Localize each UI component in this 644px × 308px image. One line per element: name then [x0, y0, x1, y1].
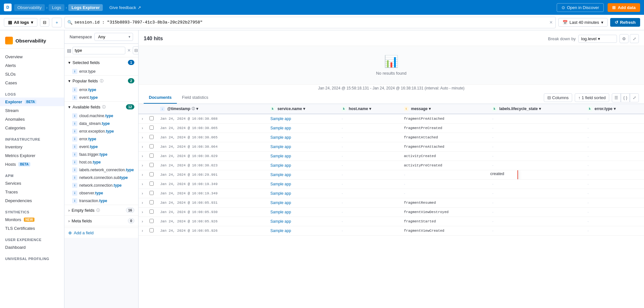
- expand-row-icon[interactable]: ›: [142, 191, 143, 196]
- view-rows-button[interactable]: ☰: [612, 93, 621, 102]
- sidebar-item-hosts[interactable]: Hosts BETA: [0, 160, 64, 169]
- add-field-button[interactable]: ⊕ Add a field: [64, 228, 138, 238]
- add-filter-button[interactable]: ＋: [52, 18, 62, 27]
- col-header-service-name[interactable]: k service.name ▾: [267, 104, 338, 114]
- col-header-error-type[interactable]: k error.type ▾: [584, 104, 644, 114]
- field-item-transaction-type[interactable]: i transaction.type: [64, 197, 138, 205]
- open-in-discover-button[interactable]: ⊙ Open in Discover: [557, 3, 604, 12]
- expand-row-icon[interactable]: ›: [142, 135, 143, 140]
- field-item-error-type-popular[interactable]: i error.type: [64, 86, 138, 94]
- time-picker[interactable]: 📅 Last 40 minutes ▾: [558, 18, 608, 27]
- row-checkbox[interactable]: [149, 144, 154, 148]
- search-input[interactable]: [74, 20, 549, 25]
- clear-search-icon[interactable]: ✕: [549, 20, 553, 25]
- field-item-host-os-type[interactable]: i host.os.type: [64, 158, 138, 166]
- sidebar-item-tls-certificates[interactable]: TLS Certificates: [0, 224, 64, 233]
- expand-row-icon[interactable]: ›: [142, 145, 143, 149]
- fields-search-input[interactable]: [72, 47, 125, 54]
- field-item-observer-type[interactable]: i observer.type: [64, 189, 138, 197]
- expand-row-icon[interactable]: ›: [142, 229, 143, 233]
- all-logs-button[interactable]: ▤ All logs ▾: [4, 18, 37, 27]
- sidebar-item-inventory[interactable]: Inventory: [0, 143, 64, 151]
- row-checkbox[interactable]: [149, 200, 154, 204]
- expand-row-icon[interactable]: ›: [142, 163, 143, 168]
- row-checkbox[interactable]: [149, 210, 154, 214]
- sidebar-item-stream[interactable]: Stream: [0, 106, 64, 115]
- sidebar-item-explorer[interactable]: Explorer BETA: [0, 98, 64, 106]
- sidebar-item-anomalies[interactable]: Anomalies: [0, 115, 64, 124]
- clear-field-search-icon[interactable]: ✕: [127, 47, 131, 53]
- field-item-data-stream-type[interactable]: i data_stream.type: [64, 120, 138, 127]
- lifecycle-option-created[interactable]: created: [489, 170, 517, 178]
- row-checkbox[interactable]: [149, 219, 154, 223]
- row-checkbox[interactable]: [149, 191, 154, 195]
- expand-row-icon[interactable]: ›: [142, 126, 143, 130]
- filter-button[interactable]: ⊟: [40, 18, 49, 27]
- view-expand-button[interactable]: ⤢: [630, 93, 639, 102]
- sidebar-item-traces[interactable]: Traces: [0, 188, 64, 196]
- sidebar-item-monitors[interactable]: Monitors NEW: [0, 215, 64, 224]
- tab-documents[interactable]: Documents: [144, 92, 177, 104]
- expand-row-icon[interactable]: ›: [142, 201, 143, 205]
- col-header-host-name[interactable]: k host.name ▾: [338, 104, 400, 114]
- expand-row-icon[interactable]: ›: [142, 117, 143, 121]
- row-checkbox[interactable]: [149, 126, 154, 130]
- meta-fields-header[interactable]: › Meta fields 0: [64, 216, 138, 226]
- col-header-lifecycle-state[interactable]: k labels.lifecycle_state ▾: [489, 104, 584, 114]
- filter-fields-icon[interactable]: ⊟: [133, 46, 139, 54]
- breadcrumb-observability[interactable]: Observability: [14, 4, 45, 11]
- row-checkbox[interactable]: [149, 163, 154, 167]
- field-item-network-connection-type[interactable]: i network.connection.type: [64, 182, 138, 189]
- columns-button[interactable]: ⊟ Columns: [544, 93, 572, 102]
- sidebar-item-overview[interactable]: Overview: [0, 52, 64, 61]
- breadcrumb-logs[interactable]: Logs: [49, 4, 64, 11]
- sort-info-button[interactable]: ↑ 1 field sorted: [575, 93, 609, 102]
- field-item-event-type-popular[interactable]: i event.type: [64, 94, 138, 101]
- add-data-button[interactable]: ⊞ Add data: [608, 3, 640, 12]
- popular-fields-header[interactable]: ▾ Popular fields ⓘ 2: [64, 76, 138, 86]
- expand-icon-button[interactable]: ⤢: [630, 34, 639, 43]
- sidebar-item-dependencies[interactable]: Dependencies: [0, 196, 64, 205]
- refresh-button[interactable]: ↺ Refresh: [610, 18, 640, 27]
- expand-row-icon[interactable]: ›: [142, 173, 143, 177]
- field-item-network-connection-subtype[interactable]: i network.connection.subtype: [64, 174, 138, 182]
- tabs-list: Documents Field statistics: [144, 92, 213, 104]
- sidebar-item-dashboard[interactable]: Dashboard: [0, 243, 64, 252]
- selected-fields-header[interactable]: ▾ Selected fields 1: [64, 57, 138, 68]
- col-header-timestamp[interactable]: ↓ @timestamp ⓘ ▾: [157, 104, 267, 114]
- sidebar-item-slos[interactable]: SLOs: [0, 70, 64, 79]
- field-item-error-type[interactable]: i error.type: [64, 135, 138, 143]
- field-name: transaction.type: [79, 199, 107, 203]
- expand-row-icon[interactable]: ›: [142, 182, 143, 186]
- empty-fields-header[interactable]: › Empty fields ⓘ 16: [64, 205, 138, 215]
- col-header-message[interactable]: t message ▾: [401, 104, 489, 114]
- row-checkbox[interactable]: [149, 154, 154, 158]
- sidebar-item-categories[interactable]: Categories: [0, 124, 64, 132]
- field-item-labels-network-connection-type[interactable]: i labels.network_connection.type: [64, 166, 138, 174]
- field-item-error-exception-type[interactable]: i error.exception.type: [64, 127, 138, 135]
- field-item-cloud-machine-type[interactable]: i cloud.machine.type: [64, 112, 138, 120]
- feedback-link[interactable]: Give feedback ↗: [109, 5, 141, 10]
- settings-icon-button[interactable]: ⚙: [620, 34, 629, 43]
- tab-field-statistics[interactable]: Field statistics: [177, 92, 214, 104]
- view-json-button[interactable]: { }: [621, 93, 630, 102]
- row-checkbox[interactable]: [149, 116, 154, 120]
- expand-row-icon[interactable]: ›: [142, 154, 143, 158]
- sidebar-item-cases[interactable]: Cases: [0, 79, 64, 87]
- row-checkbox[interactable]: [149, 182, 154, 186]
- field-item-error-type-selected[interactable]: i error.type: [64, 68, 138, 75]
- namespace-select[interactable]: Any: [94, 33, 133, 41]
- lifecycle-option-stopped[interactable]: stopped: [489, 178, 517, 180]
- available-fields-header[interactable]: ▾ Available fields ⓘ 12: [64, 102, 138, 112]
- sidebar-item-metrics-explorer[interactable]: Metrics Explorer: [0, 151, 64, 160]
- row-checkbox[interactable]: [149, 135, 154, 139]
- field-item-faas-trigger-type[interactable]: i faas.trigger.type: [64, 151, 138, 158]
- expand-row-icon[interactable]: ›: [142, 210, 143, 214]
- sidebar-item-alerts[interactable]: Alerts: [0, 61, 64, 70]
- row-checkbox[interactable]: [149, 172, 154, 176]
- field-item-event-type[interactable]: i event.type: [64, 143, 138, 151]
- breakdown-select[interactable]: log.level ▾: [578, 35, 617, 43]
- sidebar-item-services[interactable]: Services: [0, 179, 64, 188]
- expand-row-icon[interactable]: ›: [142, 219, 143, 224]
- row-checkbox[interactable]: [149, 228, 154, 232]
